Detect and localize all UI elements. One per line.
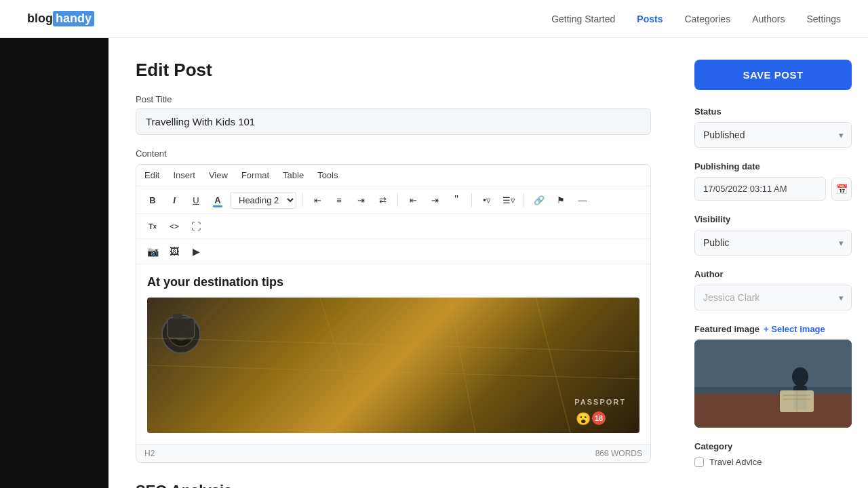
- svg-line-8: [450, 298, 475, 433]
- svg-rect-12: [694, 394, 852, 428]
- nav-categories[interactable]: Categories: [684, 14, 730, 24]
- svg-line-5: [147, 338, 639, 352]
- author-label: Author: [694, 269, 852, 279]
- category-checkbox[interactable]: [694, 458, 704, 467]
- bookmark-button[interactable]: ⚑: [551, 190, 570, 209]
- category-label: Category: [694, 441, 852, 451]
- featured-image-preview: [694, 340, 852, 428]
- calendar-button[interactable]: 📅: [831, 178, 852, 201]
- menu-table[interactable]: Table: [283, 170, 304, 180]
- featured-image-section: Featured image + Select image: [694, 324, 852, 428]
- nav-posts[interactable]: Posts: [637, 14, 663, 24]
- main-content: Edit Post Post Title Content Edit Insert…: [108, 38, 678, 488]
- date-input[interactable]: [694, 177, 826, 201]
- author-section: Author Jessica Clark: [694, 269, 852, 310]
- editor-toolbar-2: Tx <> ⛶: [136, 214, 650, 239]
- post-title-label: Post Title: [136, 94, 651, 104]
- page-title: Edit Post: [136, 60, 651, 81]
- post-title-input[interactable]: [136, 108, 651, 135]
- date-wrap: 📅: [694, 177, 852, 201]
- editor-content[interactable]: At your destination tips: [136, 264, 650, 444]
- publishing-date-section: Publishing date 📅: [694, 161, 852, 201]
- author-select[interactable]: Jessica Clark: [694, 285, 852, 310]
- status-section: Status Published Draft Scheduled: [694, 106, 852, 148]
- svg-point-13: [792, 367, 808, 386]
- map-overlay-icon: [147, 298, 639, 433]
- status-label: Status: [694, 106, 852, 117]
- visibility-section: Visibility Public Private Password Prote…: [694, 214, 852, 256]
- nav-links: Getting Started Posts Categories Authors…: [551, 14, 841, 24]
- editor-footer: H2 868 WORDS: [136, 444, 650, 462]
- editor: Edit Insert View Format Table Tools B I …: [136, 164, 651, 463]
- menu-tools[interactable]: Tools: [317, 170, 338, 180]
- nav-authors[interactable]: Authors: [752, 14, 785, 24]
- category-section: Category Travel Advice: [694, 441, 852, 467]
- blockquote-button[interactable]: ": [447, 190, 466, 209]
- menu-insert[interactable]: Insert: [173, 170, 195, 180]
- fullscreen-button[interactable]: ⛶: [186, 217, 205, 236]
- hr-button[interactable]: —: [573, 190, 592, 209]
- editor-heading-text: At your destination tips: [147, 275, 639, 289]
- sep-1: [302, 193, 302, 207]
- align-right-button[interactable]: ⇥: [351, 190, 370, 209]
- right-sidebar: SAVE POST Status Published Draft Schedul…: [678, 38, 868, 488]
- underline-button[interactable]: U: [186, 190, 205, 209]
- child-silhouette-icon: [694, 340, 852, 428]
- outdent-button[interactable]: ⇤: [403, 190, 422, 209]
- code-button[interactable]: <>: [165, 217, 184, 236]
- featured-image-inner: [694, 340, 852, 428]
- align-justify-button[interactable]: ⇄: [373, 190, 392, 209]
- navbar: bloghandy Getting Started Posts Categori…: [0, 0, 868, 38]
- status-select-wrap: Published Draft Scheduled: [694, 122, 852, 148]
- save-post-button[interactable]: SAVE POST: [694, 60, 852, 90]
- select-image-link[interactable]: + Select image: [764, 324, 825, 334]
- menu-view[interactable]: View: [209, 170, 228, 180]
- editor-image: PASSPORT 😮 18: [147, 298, 639, 433]
- ordered-list-button[interactable]: ☰▿: [499, 190, 518, 209]
- sep-2: [397, 193, 398, 207]
- sep-3: [471, 193, 472, 207]
- image-upload-button[interactable]: 📷: [143, 242, 162, 261]
- menu-format[interactable]: Format: [241, 170, 269, 180]
- editor-footer-left: H2: [144, 449, 155, 458]
- logo: bloghandy: [27, 11, 94, 26]
- menu-edit[interactable]: Edit: [144, 170, 159, 180]
- text-color-button[interactable]: A: [208, 190, 227, 209]
- clear-format-button[interactable]: Tx: [143, 217, 162, 236]
- visibility-label: Visibility: [694, 214, 852, 224]
- author-select-wrap: Jessica Clark: [694, 285, 852, 310]
- svg-line-9: [536, 298, 570, 433]
- nav-settings[interactable]: Settings: [806, 14, 841, 24]
- align-center-button[interactable]: ≡: [330, 190, 349, 209]
- publishing-date-label: Publishing date: [694, 161, 852, 171]
- svg-rect-11: [694, 340, 852, 387]
- nav-getting-started[interactable]: Getting Started: [551, 14, 615, 24]
- italic-button[interactable]: I: [165, 190, 184, 209]
- image-embed-button[interactable]: 🖼: [165, 242, 184, 261]
- category-item-text: Travel Advice: [709, 457, 762, 467]
- logo-handy: handy: [53, 11, 94, 26]
- indent-button[interactable]: ⇥: [425, 190, 444, 209]
- passport-text: PASSPORT: [574, 398, 626, 406]
- status-select[interactable]: Published Draft Scheduled: [694, 122, 852, 148]
- align-left-button[interactable]: ⇤: [308, 190, 327, 209]
- bullet-list-button[interactable]: •▿: [477, 190, 496, 209]
- seo-title: SEO Analysis: [136, 482, 651, 488]
- editor-toolbar-3: 📷 🖼 ▶: [136, 239, 650, 264]
- content-label: Content: [136, 148, 651, 159]
- heading-select[interactable]: Heading 2: [230, 192, 296, 209]
- bold-button[interactable]: B: [143, 190, 162, 209]
- editor-image-inner: PASSPORT 😮 18: [147, 298, 639, 433]
- link-button[interactable]: 🔗: [530, 190, 549, 209]
- emoji-reactions: 😮 18: [576, 411, 606, 426]
- featured-image-label: Featured image + Select image: [694, 324, 852, 334]
- editor-menu: Edit Insert View Format Table Tools: [136, 165, 650, 186]
- visibility-select-wrap: Public Private Password Protected: [694, 230, 852, 256]
- left-sidebar: [0, 38, 108, 488]
- svg-line-6: [147, 365, 639, 379]
- calendar-icon: 📅: [836, 184, 848, 195]
- visibility-select[interactable]: Public Private Password Protected: [694, 230, 852, 256]
- editor-footer-right: 868 WORDS: [595, 449, 642, 458]
- video-button[interactable]: ▶: [186, 242, 205, 261]
- sep-4: [524, 193, 524, 207]
